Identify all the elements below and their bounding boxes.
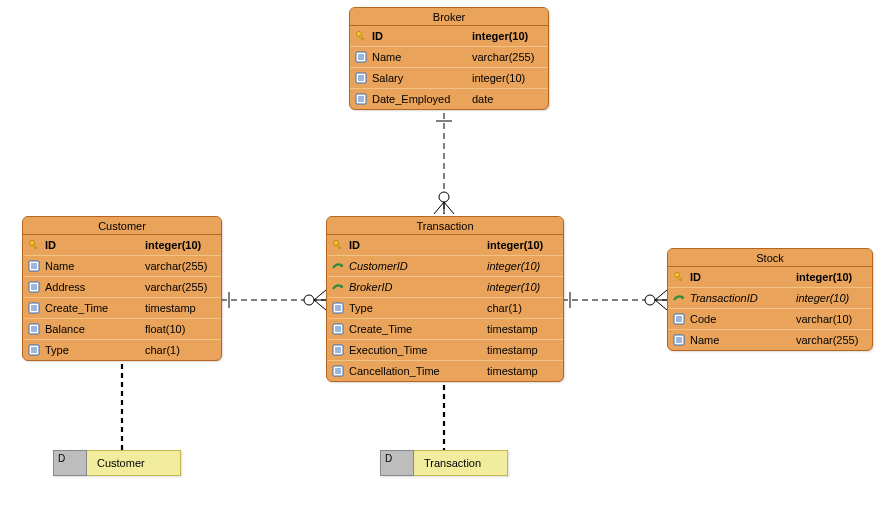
primary-key-icon — [27, 238, 41, 252]
column-icon — [354, 71, 368, 85]
column-name: ID — [372, 30, 472, 42]
column-row[interactable]: CustomerIDinteger(10) — [327, 255, 563, 276]
column-type: timestamp — [487, 344, 557, 356]
column-row[interactable]: Namevarchar(255) — [350, 46, 548, 67]
column-icon — [27, 259, 41, 273]
column-name: Type — [45, 344, 145, 356]
entity-title: Stock — [668, 249, 872, 267]
column-row[interactable]: Execution_Timetimestamp — [327, 339, 563, 360]
column-icon — [27, 322, 41, 336]
column-row[interactable]: IDinteger(10) — [668, 267, 872, 287]
column-type: integer(10) — [472, 30, 542, 42]
primary-key-icon — [672, 270, 686, 284]
entity-broker[interactable]: Broker IDinteger(10)Namevarchar(255)Sala… — [349, 7, 549, 110]
column-row[interactable]: Typechar(1) — [327, 297, 563, 318]
column-type: varchar(255) — [145, 281, 215, 293]
column-name: Address — [45, 281, 145, 293]
column-name: Name — [45, 260, 145, 272]
entity-columns: IDinteger(10)TransactionIDinteger(10)Cod… — [668, 267, 872, 350]
entity-columns: IDinteger(10)Namevarchar(255)Salaryinteg… — [350, 26, 548, 109]
column-type: float(10) — [145, 323, 215, 335]
column-name: ID — [349, 239, 487, 251]
column-row[interactable]: Cancellation_Timetimestamp — [327, 360, 563, 381]
column-icon — [672, 312, 686, 326]
svg-point-8 — [304, 295, 314, 305]
entity-customer[interactable]: Customer IDinteger(10)Namevarchar(255)Ad… — [22, 216, 222, 361]
column-icon — [331, 301, 345, 315]
column-row[interactable]: Codevarchar(10) — [668, 308, 872, 329]
primary-key-icon — [331, 238, 345, 252]
column-row[interactable]: Date_Employeddate — [350, 88, 548, 109]
column-type: integer(10) — [145, 239, 215, 251]
column-name: ID — [690, 271, 796, 283]
svg-point-2 — [439, 192, 449, 202]
column-name: Name — [690, 334, 796, 346]
column-type: timestamp — [145, 302, 215, 314]
column-name: Date_Employed — [372, 93, 472, 105]
column-icon — [27, 280, 41, 294]
column-name: ID — [45, 239, 145, 251]
column-name: Code — [690, 313, 796, 325]
classref-tag: D — [380, 450, 414, 476]
column-row[interactable]: IDinteger(10) — [23, 235, 221, 255]
column-name: Name — [372, 51, 472, 63]
column-type: integer(10) — [487, 260, 557, 272]
column-row[interactable]: Create_Timetimestamp — [23, 297, 221, 318]
column-row[interactable]: BrokerIDinteger(10) — [327, 276, 563, 297]
classref-customer[interactable]: D Customer — [53, 450, 181, 476]
column-name: Salary — [372, 72, 472, 84]
entity-title: Customer — [23, 217, 221, 235]
entity-transaction[interactable]: Transaction IDinteger(10)CustomerIDinteg… — [326, 216, 564, 382]
classref-label: Customer — [87, 450, 181, 476]
column-row[interactable]: Namevarchar(255) — [668, 329, 872, 350]
entity-stock[interactable]: Stock IDinteger(10)TransactionIDinteger(… — [667, 248, 873, 351]
column-type: integer(10) — [796, 271, 866, 283]
svg-line-3 — [434, 202, 444, 214]
svg-line-4 — [444, 202, 454, 214]
foreign-key-icon — [331, 280, 345, 294]
column-type: char(1) — [145, 344, 215, 356]
column-row[interactable]: Namevarchar(255) — [23, 255, 221, 276]
column-row[interactable]: IDinteger(10) — [327, 235, 563, 255]
column-type: timestamp — [487, 365, 557, 377]
column-type: varchar(255) — [796, 334, 866, 346]
column-icon — [27, 343, 41, 357]
column-name: Type — [349, 302, 487, 314]
column-row[interactable]: Addressvarchar(255) — [23, 276, 221, 297]
column-row[interactable]: Balancefloat(10) — [23, 318, 221, 339]
column-name: Execution_Time — [349, 344, 487, 356]
column-name: TransactionID — [690, 292, 796, 304]
column-row[interactable]: Create_Timetimestamp — [327, 318, 563, 339]
column-type: integer(10) — [487, 281, 557, 293]
column-name: CustomerID — [349, 260, 487, 272]
column-name: Balance — [45, 323, 145, 335]
entity-title: Broker — [350, 8, 548, 26]
column-type: varchar(10) — [796, 313, 866, 325]
classref-transaction[interactable]: D Transaction — [380, 450, 508, 476]
column-icon — [331, 364, 345, 378]
column-row[interactable]: TransactionIDinteger(10) — [668, 287, 872, 308]
primary-key-icon — [354, 29, 368, 43]
column-row[interactable]: Salaryinteger(10) — [350, 67, 548, 88]
column-icon — [354, 92, 368, 106]
svg-line-9 — [314, 290, 326, 300]
column-row[interactable]: Typechar(1) — [23, 339, 221, 360]
column-type: timestamp — [487, 323, 557, 335]
svg-line-15 — [655, 290, 667, 300]
svg-line-10 — [314, 300, 326, 310]
column-icon — [27, 301, 41, 315]
column-icon — [354, 50, 368, 64]
classref-tag: D — [53, 450, 87, 476]
column-name: BrokerID — [349, 281, 487, 293]
foreign-key-icon — [672, 291, 686, 305]
column-type: integer(10) — [472, 72, 542, 84]
column-row[interactable]: IDinteger(10) — [350, 26, 548, 46]
column-type: integer(10) — [487, 239, 557, 251]
column-name: Create_Time — [45, 302, 145, 314]
svg-line-16 — [655, 300, 667, 310]
column-name: Cancellation_Time — [349, 365, 487, 377]
column-type: integer(10) — [796, 292, 866, 304]
column-icon — [331, 322, 345, 336]
entity-columns: IDinteger(10)Namevarchar(255)Addressvarc… — [23, 235, 221, 360]
column-name: Create_Time — [349, 323, 487, 335]
